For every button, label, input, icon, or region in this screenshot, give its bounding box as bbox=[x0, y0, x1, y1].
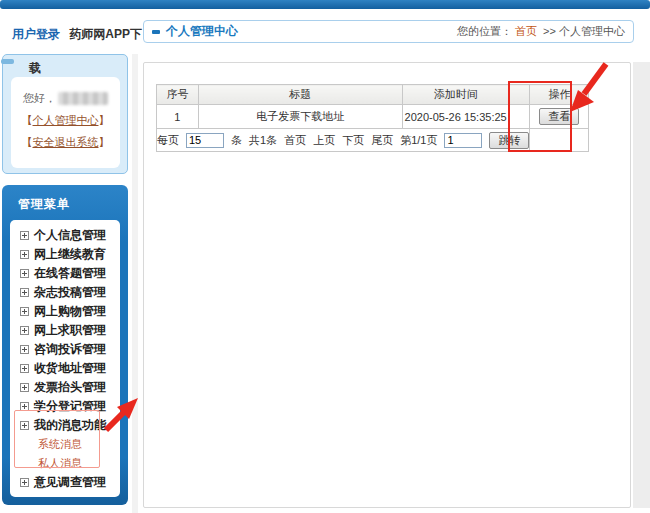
menu-item-online-education[interactable]: 网上继续教育 bbox=[20, 245, 106, 263]
app-download-text: 药师网APP下 bbox=[69, 27, 142, 41]
logout-link-line: 【安全退出系统】 bbox=[11, 135, 120, 150]
header-left: 用户登录 药师网APP下 bbox=[12, 26, 142, 43]
expand-plus-icon[interactable] bbox=[20, 421, 29, 430]
greeting-text: 您好， bbox=[23, 91, 56, 106]
records-table: 序号 标题 添加时间 操作 1 电子发票下载地址 2020-05-26 15:3… bbox=[156, 84, 589, 152]
expand-plus-icon[interactable] bbox=[20, 269, 29, 278]
col-header-no: 序号 bbox=[157, 85, 199, 105]
view-button[interactable]: 查看 bbox=[539, 108, 579, 125]
blurred-username bbox=[58, 92, 108, 105]
user-card: 您好， 【个人管理中心】 【安全退出系统】 bbox=[11, 77, 120, 168]
per-page-label: 每页 bbox=[157, 133, 179, 148]
menu-item-consult-complaint[interactable]: 咨询投诉管理 bbox=[20, 340, 106, 358]
table-row: 1 电子发票下载地址 2020-05-26 15:35:25 查看 bbox=[157, 105, 589, 129]
expand-plus-icon[interactable] bbox=[20, 364, 29, 373]
pagination-action-gap-cell bbox=[530, 129, 589, 152]
menu-item-online-quiz[interactable]: 在线答题管理 bbox=[20, 264, 106, 282]
total-count-label: 共1条 bbox=[249, 133, 277, 148]
unit-label: 条 bbox=[231, 133, 242, 148]
expand-plus-icon[interactable] bbox=[20, 250, 29, 259]
menu-body: 个人信息管理 网上继续教育 在线答题管理 杂志投稿管理 网上购物管理 网上求职管… bbox=[10, 220, 120, 497]
pagination-row: 每页 条 共1条 首页 上页 下页 尾页 第1/1页 跳转 bbox=[157, 129, 589, 152]
menu-item-online-shopping[interactable]: 网上购物管理 bbox=[20, 302, 106, 320]
cell-gap bbox=[509, 105, 530, 129]
expand-plus-icon[interactable] bbox=[20, 307, 29, 316]
cell-time: 2020-05-26 15:35:25 bbox=[402, 105, 509, 129]
breadcrumb-home-link[interactable]: 首页 bbox=[515, 25, 537, 37]
expand-plus-icon[interactable] bbox=[20, 402, 29, 411]
cell-no: 1 bbox=[157, 105, 199, 129]
menu-item-my-messages[interactable]: 我的消息功能 bbox=[20, 416, 106, 434]
breadcrumb-separator: >> bbox=[543, 25, 556, 37]
sidebar-menu-panel: 管理菜单 个人信息管理 网上继续教育 在线答题管理 杂志投稿管理 网上购物管理 … bbox=[2, 185, 128, 505]
personal-center-link[interactable]: 个人管理中心 bbox=[33, 114, 99, 126]
last-page-link[interactable]: 尾页 bbox=[371, 133, 393, 148]
menu-subitem-system-messages[interactable]: 系统消息 bbox=[38, 436, 82, 452]
top-blue-bar bbox=[0, 0, 650, 9]
expand-plus-icon[interactable] bbox=[20, 478, 29, 487]
col-header-gap bbox=[509, 85, 530, 105]
menu-item-journal-submission[interactable]: 杂志投稿管理 bbox=[20, 283, 106, 301]
menu-item-job-seeking[interactable]: 网上求职管理 bbox=[20, 321, 106, 339]
prev-page-link[interactable]: 上页 bbox=[313, 133, 335, 148]
bracket: 】 bbox=[99, 136, 110, 148]
right-background-strip bbox=[633, 62, 650, 508]
per-page-input[interactable] bbox=[186, 133, 224, 148]
breadcrumb: 您的位置：首页 >> 个人管理中心 bbox=[457, 24, 625, 39]
pagination-bar: 每页 条 共1条 首页 上页 下页 尾页 第1/1页 跳转 bbox=[157, 129, 529, 151]
menu-item-credit-registration[interactable]: 学分登记管理 bbox=[20, 397, 106, 415]
user-panel: 载 您好， 【个人管理中心】 【安全退出系统】 bbox=[2, 54, 128, 174]
table-header-row: 序号 标题 添加时间 操作 bbox=[157, 85, 589, 105]
expand-plus-icon[interactable] bbox=[20, 288, 29, 297]
section-title-bar: 个人管理中心 您的位置：首页 >> 个人管理中心 bbox=[143, 20, 634, 43]
section-title-group: 个人管理中心 bbox=[152, 23, 238, 40]
logout-link[interactable]: 安全退出系统 bbox=[33, 136, 99, 148]
menu-item-shipping-address[interactable]: 收货地址管理 bbox=[20, 359, 106, 377]
expand-plus-icon[interactable] bbox=[20, 326, 29, 335]
breadcrumb-current: 个人管理中心 bbox=[559, 25, 625, 37]
first-page-link[interactable]: 首页 bbox=[284, 133, 306, 148]
pagination-cell: 每页 条 共1条 首页 上页 下页 尾页 第1/1页 跳转 bbox=[157, 129, 530, 152]
panel-tab-icon bbox=[1, 59, 14, 64]
jump-button[interactable]: 跳转 bbox=[489, 132, 529, 149]
page-title: 个人管理中心 bbox=[166, 23, 238, 40]
expand-plus-icon[interactable] bbox=[20, 345, 29, 354]
bracket: 】 bbox=[99, 114, 110, 126]
main-content-panel: 序号 标题 添加时间 操作 1 电子发票下载地址 2020-05-26 15:3… bbox=[143, 62, 631, 508]
column-divider bbox=[132, 54, 138, 513]
personal-center-link-line: 【个人管理中心】 bbox=[11, 113, 120, 128]
menu-title: 管理菜单 bbox=[18, 196, 70, 213]
col-header-title: 标题 bbox=[198, 85, 402, 105]
bracket: 【 bbox=[22, 114, 33, 126]
breadcrumb-label: 您的位置： bbox=[457, 25, 512, 37]
menu-item-survey[interactable]: 意见调查管理 bbox=[20, 473, 106, 491]
greeting-line: 您好， bbox=[11, 91, 120, 106]
jump-page-input[interactable] bbox=[444, 133, 482, 148]
app-download-overflow-text: 载 bbox=[29, 60, 41, 77]
col-header-time: 添加时间 bbox=[402, 85, 509, 105]
cell-title: 电子发票下载地址 bbox=[198, 105, 402, 129]
menu-item-invoice-title[interactable]: 发票抬头管理 bbox=[20, 378, 106, 396]
menu-subitem-private-messages[interactable]: 私人消息 bbox=[38, 455, 82, 471]
expand-plus-icon[interactable] bbox=[20, 383, 29, 392]
next-page-link[interactable]: 下页 bbox=[342, 133, 364, 148]
col-header-action: 操作 bbox=[530, 85, 589, 105]
page-indicator: 第1/1页 bbox=[400, 133, 437, 148]
menu-item-personal-info[interactable]: 个人信息管理 bbox=[20, 226, 106, 244]
title-dash-icon bbox=[152, 30, 160, 34]
cell-action: 查看 bbox=[530, 105, 589, 129]
page: 用户登录 药师网APP下 个人管理中心 您的位置：首页 >> 个人管理中心 载 … bbox=[0, 0, 650, 513]
bracket: 【 bbox=[22, 136, 33, 148]
user-login-link[interactable]: 用户登录 bbox=[12, 27, 60, 41]
expand-plus-icon[interactable] bbox=[20, 231, 29, 240]
